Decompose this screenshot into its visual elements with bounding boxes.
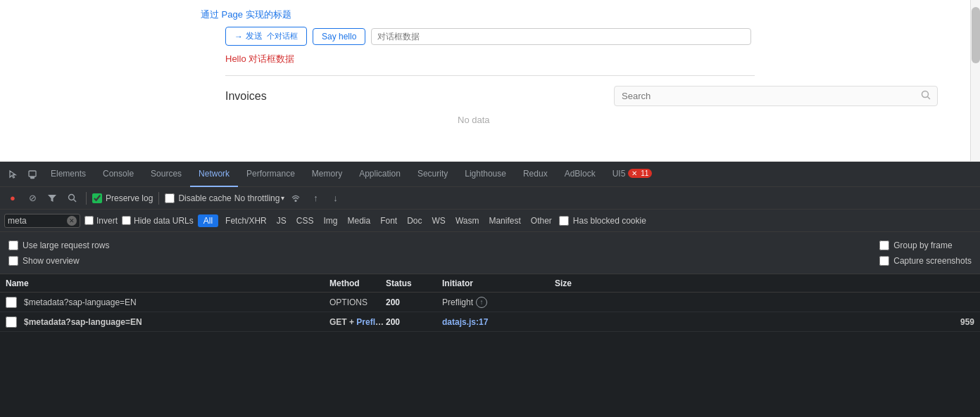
disable-cache-label[interactable]: Disable cache [165,193,231,203]
devtools-options-row: Use large request rows Show overview Gro… [0,232,980,274]
tab-memory[interactable]: Memory [303,162,351,187]
disable-cache-checkbox[interactable] [165,193,175,203]
search-input[interactable] [614,86,938,106]
filter-type-font[interactable]: Font [377,214,400,227]
th-status[interactable]: Status [386,278,442,288]
filter-type-img[interactable]: Img [320,214,340,227]
filter-all-btn[interactable]: All [198,214,218,227]
filter-type-fetch[interactable]: Fetch/XHR [222,214,270,227]
badge-icon: ✕ [632,169,637,177]
filter-input-wrap: ✕ [4,214,80,228]
scrollbar-thumb[interactable] [972,7,980,63]
dialog-input[interactable] [371,28,751,45]
filter-type-media[interactable]: Media [344,214,373,227]
filter-type-ws[interactable]: WS [429,214,448,227]
show-overview-label: Show overview [23,256,80,266]
large-rows-label: Use large request rows [23,240,109,250]
td-method-2: GET + Preflight [329,317,386,327]
row2-checkbox[interactable] [6,316,17,328]
invert-checkbox[interactable] [84,216,94,225]
filter-type-doc[interactable]: Doc [404,214,425,227]
invert-label[interactable]: Invert [84,216,118,226]
svg-line-5 [73,200,76,203]
page-area: 通过 Page 实现的标题 → 发送 个对话框 Say hello Hello … [0,0,980,162]
tab-sources[interactable]: Sources [142,162,190,187]
tab-lighthouse[interactable]: Lighthouse [456,162,515,187]
separator2 [158,192,159,205]
datajs-link[interactable]: datajs.js:17 [442,317,488,327]
filter-icon[interactable] [44,190,61,207]
filter-type-css[interactable]: CSS [294,214,317,227]
hide-data-urls-checkbox[interactable] [122,216,131,225]
filter-type-js[interactable]: JS [274,214,289,227]
arrow-icon: → [234,32,243,41]
td-name-2: $metadata?sap-language=EN [6,316,329,328]
download-icon[interactable]: ↓ [327,190,344,207]
group-by-frame-checkbox[interactable] [879,240,889,250]
invoices-row: Invoices [0,76,980,106]
svg-rect-2 [29,171,36,177]
scrollbar[interactable] [970,0,980,161]
invoices-label: Invoices [225,90,267,103]
show-overview-option: Show overview [8,256,874,266]
table-row[interactable]: $metadata?sap-language=EN OPTIONS 200 Pr… [0,293,980,312]
td-status-1: 200 [386,297,442,307]
td-initiator-1: Preflight ↑ [442,297,555,308]
th-name[interactable]: Name [6,278,329,288]
large-rows-checkbox[interactable] [8,240,18,250]
filter-type-wasm[interactable]: Wasm [453,214,482,227]
th-initiator[interactable]: Initiator [442,278,555,288]
no-data-hint: No data [0,106,980,125]
tab-adblock[interactable]: AdBlock [556,162,604,187]
say-hello-button[interactable]: Say hello [313,28,365,45]
throttle-selector-wrap[interactable]: No throttling ▾ [234,193,285,203]
preflight-link[interactable]: Preflight [356,317,386,327]
has-blocked-cookies-checkbox[interactable] [559,216,569,226]
preserve-log-checkbox[interactable] [92,193,102,203]
tab-elements[interactable]: Elements [42,162,94,187]
throttle-dropdown-icon: ▾ [281,194,284,202]
tab-performance[interactable]: Performance [238,162,303,187]
show-overview-checkbox[interactable] [8,256,18,266]
capture-screenshots-checkbox[interactable] [879,256,889,266]
group-by-frame-option: Group by frame [879,240,972,250]
td-initiator-2: datajs.js:17 [442,317,555,327]
tab-network[interactable]: Network [190,162,238,187]
preserve-log-label[interactable]: Preserve log [92,193,153,203]
hello-text: Hello 对话框数据 [0,46,980,65]
device-icon-btn[interactable] [23,165,42,184]
td-method-1: OPTIONS [329,297,386,307]
td-size-2: 959 [555,317,974,327]
search-icon-btn[interactable] [63,190,80,207]
wifi-icon[interactable] [287,190,304,207]
options-left: Use large request rows Show overview [8,240,874,266]
filter-type-other[interactable]: Other [528,214,555,227]
table-header: Name Method Status Initiator Size [0,274,980,293]
ui5-badge: ✕ 11 [628,169,652,178]
send-button[interactable]: → 发送 个对话框 [225,27,307,46]
devtools-tabs-row: Elements Console Sources Network Perform… [0,162,980,187]
record-button[interactable]: ● [4,190,21,207]
filter-clear-btn[interactable]: ✕ [67,216,77,226]
cursor-icon-btn[interactable] [3,165,23,184]
page-title: 通过 Page 实现的标题 [0,0,980,21]
filter-input[interactable] [8,216,64,226]
td-name-1: $metadata?sap-language=EN [6,297,329,308]
tab-redux[interactable]: Redux [515,162,556,187]
search-wrap [614,86,938,106]
th-size[interactable]: Size [555,278,974,288]
row1-checkbox[interactable] [6,297,17,308]
th-method[interactable]: Method [329,278,386,288]
hide-data-urls-label[interactable]: Hide data URLs [122,216,194,226]
table-row[interactable]: $metadata?sap-language=EN GET + Prefligh… [0,312,980,332]
tab-ui5[interactable]: UI5 ✕ 11 [604,162,661,187]
stop-icon[interactable]: ⊘ [24,190,41,207]
svg-point-6 [295,200,296,201]
tab-security[interactable]: Security [409,162,456,187]
devtools-panel: Elements Console Sources Network Perform… [0,162,980,417]
group-by-frame-label: Group by frame [893,240,952,250]
tab-console[interactable]: Console [94,162,142,187]
tab-application[interactable]: Application [351,162,409,187]
filter-type-manifest[interactable]: Manifest [486,214,523,227]
upload-icon[interactable]: ↑ [307,190,324,207]
